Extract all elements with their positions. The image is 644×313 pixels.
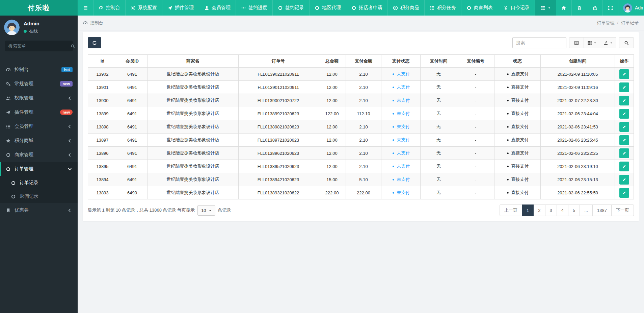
- pencil-icon: [622, 112, 626, 116]
- navbar-item-password-records[interactable]: 口令记录: [498, 0, 535, 16]
- dot-icon: [506, 99, 509, 102]
- sidebar-item-permission-manage[interactable]: 权限管理: [0, 91, 78, 105]
- menu-dropdown-button[interactable]: [535, 0, 556, 16]
- sidebar-menu: 控制台hot常规管理new权限管理插件管理new会员管理积分商城商家管理订单管理…: [0, 63, 78, 217]
- navbar-item-sidebar-toggle[interactable]: [78, 0, 93, 16]
- cell-pay_status: 未支付: [381, 186, 421, 199]
- navbar-item-member-manage[interactable]: 会员管理: [199, 0, 236, 16]
- cell-pay_no: -: [457, 94, 494, 107]
- edit-button[interactable]: [619, 188, 629, 198]
- cell-actions: [615, 107, 634, 120]
- sidebar-item-order-manage[interactable]: 订单管理: [0, 162, 78, 176]
- cell-pay_no: -: [457, 81, 494, 94]
- sidebar-item-plugin-manage[interactable]: 插件管理new: [0, 105, 78, 119]
- page-size-value: 10: [201, 208, 206, 213]
- edit-button[interactable]: [619, 96, 629, 105]
- edit-button[interactable]: [619, 162, 629, 171]
- detail-view-button[interactable]: [569, 37, 584, 48]
- caret-down-icon: [594, 42, 596, 44]
- cell-paid: 112.10: [346, 107, 381, 120]
- sidebar-item-member-manage[interactable]: 会员管理: [0, 119, 78, 134]
- navbar-item-region-agent[interactable]: 地区代理: [309, 0, 346, 16]
- edit-button[interactable]: [619, 122, 629, 132]
- sidebar-subitem-order-records[interactable]: 订单记录: [0, 176, 78, 190]
- sidebar-search-input[interactable]: [8, 44, 68, 49]
- table-search-input[interactable]: [512, 37, 566, 48]
- pagination-prev[interactable]: 上一页: [500, 204, 522, 216]
- bag-button[interactable]: [587, 0, 602, 16]
- pagination-page-1387[interactable]: 1387: [593, 204, 612, 216]
- breadcrumb-section[interactable]: 控制台: [83, 20, 103, 26]
- breadcrumb-parent[interactable]: 订单管理: [597, 20, 614, 26]
- sidebar-subitem-rebate-records[interactable]: 返佣记录: [0, 190, 78, 203]
- cell-id: 13898: [88, 120, 117, 134]
- table-row: 138976491世纪陆壹捌美妆形象设计店FLL0138972102062312…: [88, 134, 634, 147]
- trash-button[interactable]: [571, 0, 587, 16]
- cell-status: 直接支付: [494, 81, 541, 94]
- navbar-item-label: 拓店者申请: [359, 5, 382, 11]
- record-summary-prefix: 显示第 1 到第 10 条记录，总共 13868 条记录 每页显示: [88, 207, 195, 213]
- cell-order_no: FLL01389521020623: [239, 160, 318, 173]
- pagination-page-5[interactable]: 5: [568, 204, 580, 216]
- grid-icon: [587, 41, 592, 45]
- navbar-item-label: 积分商品: [400, 5, 419, 11]
- cell-total: 15.00: [318, 173, 346, 186]
- navbar-item-shop-apply[interactable]: 拓店者申请: [346, 0, 387, 16]
- navbar-item-dashboard[interactable]: 控制台: [93, 0, 125, 16]
- pagination-ellipsis[interactable]: ...: [580, 204, 593, 216]
- cell-created: 2021-02-06 23:41:53: [541, 120, 615, 134]
- edit-button[interactable]: [619, 175, 629, 185]
- navbar-user-chip[interactable]: Admin: [618, 0, 644, 16]
- edit-button[interactable]: [619, 82, 629, 92]
- refresh-button[interactable]: [88, 37, 101, 48]
- edit-button[interactable]: [619, 69, 629, 79]
- cell-order_no: FLL01390121020911: [239, 81, 318, 94]
- sidebar: Admin 在线 控制台hot常规管理new权限管理插件管理new会员管理积分商…: [0, 16, 78, 313]
- dot-icon: [506, 152, 509, 155]
- status-label: 直接支付: [511, 84, 529, 90]
- edit-button[interactable]: [619, 135, 629, 145]
- navbar-item-plugin-manage[interactable]: 插件管理: [162, 0, 199, 16]
- sidebar-item-points-mall[interactable]: 积分商城: [0, 134, 78, 148]
- brand-logo[interactable]: 付乐啦: [0, 0, 78, 16]
- columns-button[interactable]: [584, 37, 600, 48]
- navbar-item-sign-progress[interactable]: 签约进度: [236, 0, 272, 16]
- column-header: 总金额: [318, 55, 346, 68]
- navbar-item-sign-records[interactable]: 签约记录: [272, 0, 309, 16]
- cell-paid: 5.10: [346, 173, 381, 186]
- avatar[interactable]: [4, 20, 20, 35]
- pagination-page-2[interactable]: 2: [534, 204, 545, 216]
- sidebar-item-dashboard[interactable]: 控制台hot: [0, 63, 78, 77]
- sidebar-item-coupon[interactable]: 优惠券: [0, 203, 78, 217]
- pagination-page-3[interactable]: 3: [545, 204, 557, 216]
- edit-button[interactable]: [619, 109, 629, 119]
- edit-button[interactable]: [619, 148, 629, 158]
- pagination-page-4[interactable]: 4: [557, 204, 568, 216]
- sidebar-item-merchant-manage[interactable]: 商家管理: [0, 148, 78, 162]
- cell-pay_no: -: [457, 107, 494, 120]
- dot-icon: [506, 165, 509, 168]
- sidebar-search: [5, 41, 73, 51]
- search-icon: [71, 44, 75, 48]
- navbar-item-system-config[interactable]: 系统配置: [125, 0, 162, 16]
- cell-merchant: 世纪陆壹捌美妆形象设计店: [147, 94, 239, 107]
- navbar-item-points-goods[interactable]: P积分商品: [387, 0, 424, 16]
- dot-icon: [392, 165, 395, 168]
- table-toolbar: [88, 37, 634, 48]
- caret-up-icon: [209, 209, 212, 212]
- navbar-item-merchant-list[interactable]: 商家列表: [461, 0, 498, 16]
- home-button[interactable]: [556, 0, 571, 16]
- navbar-item-points-tasks[interactable]: 积分任务: [424, 0, 461, 16]
- table-row: 139026491世纪陆壹捌美妆形象设计店FLL0139022102091112…: [88, 68, 634, 81]
- export-button[interactable]: [600, 37, 616, 48]
- sidebar-item-general-manage[interactable]: 常规管理new: [0, 77, 78, 91]
- dot-icon: [392, 191, 395, 194]
- dot-icon: [392, 178, 395, 181]
- page-size-dropdown[interactable]: 10: [197, 205, 215, 216]
- badge-new: new: [60, 110, 73, 115]
- search-button[interactable]: [619, 37, 634, 48]
- pagination-page-1[interactable]: 1: [522, 204, 534, 216]
- pagination-next[interactable]: 下一页: [612, 204, 634, 216]
- expand-button[interactable]: [602, 0, 618, 16]
- cell-paid: 2.10: [346, 147, 381, 160]
